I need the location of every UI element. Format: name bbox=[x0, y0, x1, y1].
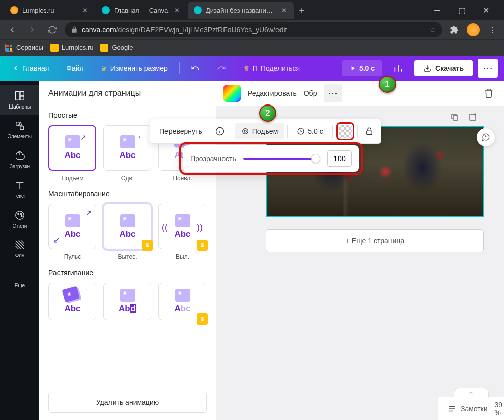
tab-favicon bbox=[102, 6, 110, 14]
elements-icon bbox=[14, 120, 26, 132]
rail-uploads[interactable]: Загрузки bbox=[0, 144, 39, 174]
remove-animation-button[interactable]: Удалить анимацию bbox=[48, 392, 207, 413]
star-icon[interactable]: ☆ bbox=[430, 26, 436, 34]
tool-rail: Шаблоны Элементы Загрузки Текст Стили bbox=[0, 81, 39, 420]
play-button[interactable]: 5.0 с bbox=[342, 60, 382, 76]
background-icon bbox=[14, 239, 26, 251]
anim-stretch-1[interactable]: Abc bbox=[48, 283, 96, 320]
svg-point-5 bbox=[16, 211, 24, 220]
back-button[interactable] bbox=[4, 22, 20, 38]
svg-rect-9 bbox=[453, 116, 458, 120]
rail-elements[interactable]: Элементы bbox=[0, 115, 39, 144]
transparency-slider[interactable] bbox=[243, 158, 320, 160]
anim-stretch-2[interactable]: Abd bbox=[103, 283, 151, 320]
svg-rect-16 bbox=[366, 131, 372, 135]
close-icon[interactable]: ✕ bbox=[279, 6, 288, 14]
rail-styles[interactable]: Стили bbox=[0, 204, 39, 234]
notes-button[interactable]: Заметки bbox=[447, 404, 488, 413]
info-icon[interactable] bbox=[211, 123, 229, 140]
tab-canva-design[interactable]: Дизайн без названия — 1024 ✕ bbox=[188, 2, 294, 19]
trash-icon[interactable] bbox=[481, 85, 497, 101]
redo-button[interactable] bbox=[211, 60, 232, 77]
annotation-badge-1: 1 bbox=[379, 76, 396, 93]
tab-title: Lumpics.ru bbox=[22, 7, 77, 14]
add-page-button[interactable]: + Еще 1 страница bbox=[266, 229, 484, 252]
edit-toolbar: Редактировать Обр ⋯ bbox=[216, 81, 504, 106]
share-button[interactable]: ♛ П Поделиться bbox=[237, 60, 306, 76]
charts-button[interactable] bbox=[387, 59, 409, 77]
forward-button[interactable] bbox=[24, 22, 40, 38]
anim-wipe[interactable]: Abc♛ Вытес. bbox=[103, 204, 151, 260]
home-button[interactable]: Главная bbox=[6, 60, 55, 76]
crown-icon: ♛ bbox=[142, 240, 153, 251]
transparency-value[interactable]: 100 bbox=[327, 150, 352, 167]
browser-chrome: Lumpics.ru ✕ Главная — Canva ✕ Дизайн бе… bbox=[0, 0, 504, 56]
browser-menu-icon[interactable]: ⋮ bbox=[485, 22, 500, 37]
edit-link[interactable]: Редактировать bbox=[248, 89, 297, 97]
section-simple: Простые bbox=[48, 111, 207, 119]
tab-favicon bbox=[10, 6, 18, 14]
transparency-button-highlight bbox=[336, 122, 354, 140]
flip-button[interactable]: Перевернуть bbox=[153, 123, 208, 139]
transparency-button[interactable] bbox=[339, 125, 352, 138]
animation-lift-button[interactable]: Подъем bbox=[235, 123, 285, 139]
resize-button[interactable]: ♛ Изменить размер bbox=[95, 60, 174, 76]
styles-icon bbox=[14, 209, 26, 221]
anim-pulse[interactable]: ↗Abc↙ Пульс bbox=[48, 204, 96, 260]
crown-icon: ♛ bbox=[197, 313, 208, 325]
rail-background[interactable]: Фон bbox=[0, 234, 39, 264]
minimize-button[interactable]: ─ bbox=[427, 3, 447, 18]
rail-more[interactable]: ⋯ Еще bbox=[0, 264, 39, 293]
rail-text[interactable]: Текст bbox=[0, 174, 39, 204]
download-button[interactable]: Скачать bbox=[414, 60, 473, 76]
crop-link[interactable]: Обр bbox=[304, 89, 317, 97]
comment-button[interactable] bbox=[477, 128, 495, 146]
bookmark-lumpics[interactable]: Lumpics.ru bbox=[50, 44, 94, 52]
zoom-value[interactable]: 39 % bbox=[495, 401, 504, 417]
bottom-bar: Заметки 39 % 1 bbox=[438, 397, 504, 420]
tab-lumpics[interactable]: Lumpics.ru ✕ bbox=[4, 2, 95, 19]
anim-stretch-3[interactable]: Abc♛ bbox=[158, 283, 206, 320]
new-tab-button[interactable]: ＋ bbox=[295, 3, 309, 17]
edit-more-button[interactable]: ⋯ bbox=[324, 84, 342, 102]
close-icon[interactable]: ✕ bbox=[173, 6, 181, 14]
svg-point-8 bbox=[21, 215, 22, 217]
close-window-button[interactable]: ✕ bbox=[476, 3, 496, 18]
svg-point-13 bbox=[242, 129, 248, 134]
add-page-icon[interactable] bbox=[466, 110, 480, 124]
tab-title: Дизайн без названия — 1024 bbox=[206, 7, 275, 14]
maximize-button[interactable]: ▢ bbox=[452, 3, 472, 18]
avatar[interactable] bbox=[466, 22, 481, 37]
bookmarks-bar: Сервисы Lumpics.ru Google bbox=[0, 39, 504, 56]
lock-icon[interactable] bbox=[361, 123, 378, 140]
slider-thumb[interactable] bbox=[311, 154, 320, 163]
annotation-badge-2: 2 bbox=[259, 104, 276, 122]
svg-rect-4 bbox=[20, 126, 23, 129]
url-text: canva.com/design/DAE2EVwjn_l/IjLMe3PzfRF… bbox=[82, 26, 426, 34]
bookmark-services[interactable]: Сервисы bbox=[5, 44, 43, 52]
transparency-popover: Прозрачность 100 bbox=[183, 145, 359, 172]
page-tools bbox=[447, 110, 480, 124]
svg-point-7 bbox=[20, 213, 22, 215]
duration-button[interactable]: 5.0 с bbox=[291, 123, 329, 139]
address-bar[interactable]: canva.com/design/DAE2EVwjn_l/IjLMe3PzfRF… bbox=[65, 22, 442, 37]
panel-title: Анимации для страницы bbox=[39, 81, 216, 103]
lock-icon bbox=[71, 26, 78, 33]
undo-button[interactable] bbox=[185, 60, 206, 77]
close-icon[interactable]: ✕ bbox=[81, 6, 89, 14]
anim-pan[interactable]: →Abc Сдв. bbox=[103, 125, 151, 182]
duplicate-page-icon[interactable] bbox=[447, 110, 462, 124]
rail-templates[interactable]: Шаблоны bbox=[0, 85, 39, 115]
bookmark-google[interactable]: Google bbox=[100, 44, 133, 52]
transparency-label: Прозрачность bbox=[190, 154, 236, 163]
file-menu[interactable]: Файл bbox=[60, 60, 89, 76]
anim-breathe[interactable]: ((Abc))♛ Выл. bbox=[158, 204, 206, 260]
reload-button[interactable] bbox=[44, 22, 61, 38]
extensions-icon[interactable] bbox=[446, 22, 462, 37]
color-picker-button[interactable] bbox=[223, 85, 241, 102]
tab-canva-home[interactable]: Главная — Canva ✕ bbox=[96, 2, 187, 19]
more-menu[interactable]: ⋯ bbox=[478, 59, 498, 78]
svg-point-6 bbox=[18, 213, 19, 215]
page-drawer-handle[interactable] bbox=[454, 388, 489, 397]
anim-rise[interactable]: ↗Abc Подъем bbox=[48, 125, 96, 182]
